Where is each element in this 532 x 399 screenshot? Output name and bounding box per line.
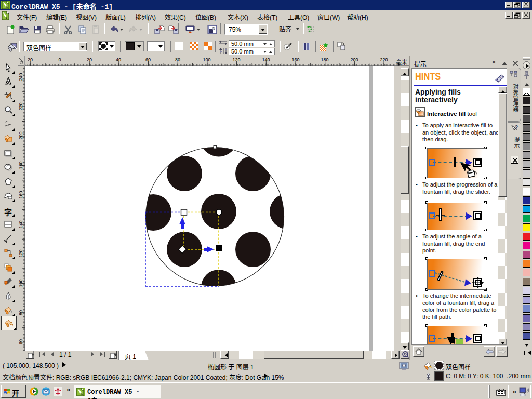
svg-text:?: ? xyxy=(515,125,518,130)
